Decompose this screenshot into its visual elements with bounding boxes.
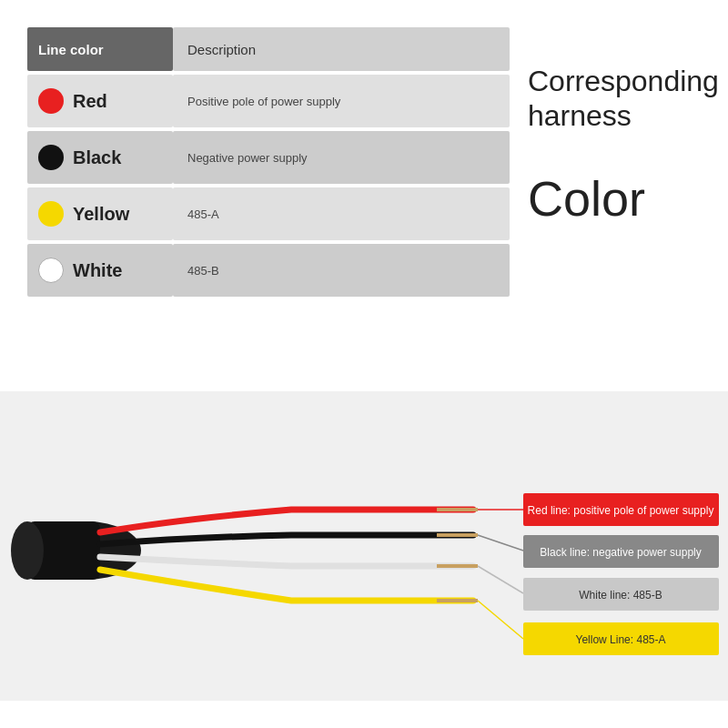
row-black-desc: Negative power supply [173,131,510,184]
header-line-color: Line color [27,27,173,71]
color-text: Color [528,170,710,227]
corresponding-text: Corresponding [528,64,710,98]
table-row-black: Black Negative power supply [27,131,510,184]
row-yellow-color-col: Yellow [27,187,173,240]
white-label: White [73,260,122,281]
svg-text:Red line: positive pole of pow: Red line: positive pole of power supply [528,504,714,517]
table-header-row: Line color Description [27,27,510,71]
main-container: Line color Description Red Positive pole… [0,0,728,728]
yellow-dot [38,201,64,227]
wire-diagram: Red line: positive pole of power supply … [0,391,728,701]
yellow-description: 485-A [187,207,219,221]
header-col2-label: Description [187,42,256,57]
red-label: Red [73,91,107,112]
white-dot [38,258,64,283]
row-yellow-desc: 485-A [173,187,510,240]
wire-svg: Red line: positive pole of power supply … [0,391,728,701]
red-description: Positive pole of power supply [187,95,340,108]
white-description: 485-B [187,264,219,278]
black-dot [38,145,64,170]
row-white-desc: 485-B [173,244,510,297]
table-row-yellow: Yellow 485-A [27,187,510,240]
row-white-color-col: White [27,244,173,297]
yellow-label: Yellow [73,204,129,225]
svg-text:Yellow Line: 485-A: Yellow Line: 485-A [576,633,666,646]
black-label: Black [73,147,121,168]
row-black-color-col: Black [27,131,173,184]
row-red-color-col: Red [27,75,173,127]
black-description: Negative power supply [187,151,308,165]
harness-text: harness [528,98,710,133]
header-col1-label: Line color [38,42,104,57]
color-table: Line color Description Red Positive pole… [27,27,510,300]
table-row-white: White 485-B [27,244,510,297]
svg-text:Black line: negative power sup: Black line: negative power supply [540,546,701,559]
svg-point-3 [11,521,44,580]
table-row-red: Red Positive pole of power supply [27,75,510,127]
red-dot [38,88,64,114]
row-red-desc: Positive pole of power supply [173,75,510,127]
right-side-text: Corresponding harness Color [528,64,710,227]
header-description: Description [173,27,510,71]
svg-text:White line: 485-B: White line: 485-B [579,589,662,602]
